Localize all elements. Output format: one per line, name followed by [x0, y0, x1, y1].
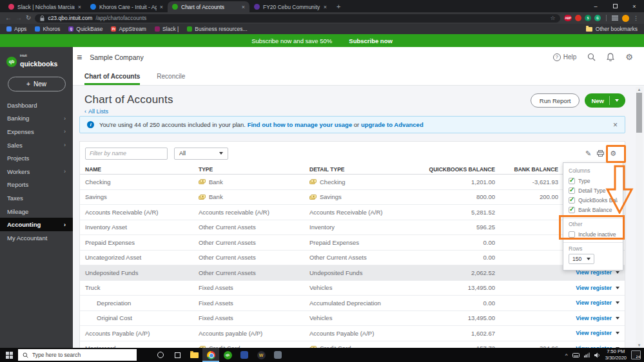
batch-edit-icon[interactable]: ✎ [585, 150, 591, 157]
bookmark-item[interactable]: Business resources... [187, 26, 247, 32]
taskbar-search[interactable]: Type here to search [18, 349, 137, 361]
new-tab-button[interactable]: + [337, 3, 340, 10]
table-row[interactable]: Depreciation Fixed Assets Accumulated De… [80, 296, 625, 311]
sidebar-item[interactable]: Mileage [0, 205, 73, 218]
browser-tab[interactable]: Slack | Nicholas Marciano | Intui × [4, 1, 86, 12]
extension-icon[interactable]: S [585, 15, 591, 21]
volume-icon[interactable] [594, 352, 601, 358]
table-row[interactable]: Mastercard Credit Card Credit Card 157.7… [80, 341, 625, 348]
extension-icon[interactable] [575, 15, 581, 21]
page-tab[interactable]: Chart of Accounts [84, 73, 140, 85]
subscribe-now-link[interactable]: Subscribe now [349, 37, 393, 44]
help-button[interactable]: ? Help [553, 53, 577, 61]
extension-icon[interactable]: G [594, 15, 601, 21]
tab-close-icon[interactable]: × [160, 4, 163, 10]
sidebar-item[interactable]: Banking › [0, 112, 73, 126]
table-row[interactable]: Checking Bank Checking 1,201.00 -3,621.9… [80, 175, 625, 190]
notice-close-icon[interactable]: × [613, 120, 618, 129]
chevron-down-icon[interactable] [616, 317, 620, 319]
chevron-down-icon[interactable] [616, 301, 620, 304]
rows-per-page-dropdown[interactable]: 150 [569, 254, 594, 264]
column-header-bank-balance[interactable]: BANK BALANCE [495, 166, 558, 173]
chevron-down-icon[interactable] [616, 332, 620, 334]
sidebar-item[interactable]: Accounting › [0, 218, 73, 231]
network-icon[interactable] [584, 352, 590, 357]
view-register-link[interactable]: View register [576, 330, 612, 336]
chevron-down-icon[interactable] [616, 271, 620, 274]
view-register-link[interactable]: View register [576, 300, 612, 306]
scroll-up-arrow[interactable]: ▲ [638, 87, 641, 92]
bookmark-item[interactable]: Apps [6, 26, 26, 32]
checkbox[interactable]: ✓ [569, 207, 575, 213]
profile-avatar[interactable] [622, 15, 629, 22]
table-row[interactable]: Accounts Receivable (A/R) Accounts recei… [80, 205, 625, 220]
browser-tab[interactable]: Chart of Accounts × [168, 1, 249, 12]
tab-close-icon[interactable]: × [324, 4, 327, 10]
file-explorer-button[interactable] [186, 348, 202, 362]
cortana-button[interactable] [152, 348, 169, 362]
chevron-down-icon[interactable] [615, 99, 619, 102]
discord-button[interactable] [269, 348, 286, 362]
column-header-name[interactable]: NAME [80, 166, 193, 173]
browser-tab[interactable]: Khoros Care - Intuit - Agent Con × [86, 1, 168, 12]
type-filter-dropdown[interactable]: All [174, 148, 228, 160]
tab-close-icon[interactable]: × [78, 4, 81, 10]
table-row[interactable]: Undeposited Funds Other Current Assets U… [80, 265, 625, 281]
sidebar-item[interactable]: Projects [0, 151, 73, 165]
bookmark-item[interactable]: Khoros [35, 26, 60, 32]
sidebar-item[interactable]: Reports [0, 178, 73, 192]
table-row[interactable]: Uncategorized Asset Other Current Assets… [80, 251, 625, 266]
quickbooks-button[interactable]: qb [219, 348, 236, 362]
checkbox[interactable]: ✓ [569, 197, 575, 204]
bookmark-item[interactable]: Slack | [155, 26, 179, 32]
extension-icon[interactable]: ABP [564, 15, 572, 21]
new-transaction-button[interactable]: + New [8, 77, 66, 91]
table-row[interactable]: Original Cost Fixed Assets Vehicles 13,4… [80, 311, 625, 327]
checkbox[interactable]: ✓ [569, 178, 575, 184]
scroll-down-arrow[interactable]: ▼ [638, 343, 641, 348]
address-bar[interactable]: c23.qbo.intuit.com /app/chartofaccounts … [35, 14, 560, 23]
clock[interactable]: 7:50 PM 3/30/2020 [605, 348, 627, 361]
sidebar-item[interactable]: Dashboard [0, 99, 73, 112]
start-button[interactable] [0, 348, 18, 362]
sidebar-item[interactable]: Taxes [0, 191, 73, 205]
browser-menu-icon[interactable]: ⋮ [633, 15, 639, 21]
reload-button[interactable]: ↻ [26, 15, 31, 21]
bookmark-item[interactable]: Pr AppStream [111, 26, 146, 32]
manage-usage-link[interactable]: Find out how to manage your usage [248, 121, 353, 128]
table-row[interactable]: Inventory Asset Other Current Assets Inv… [80, 220, 625, 236]
view-register-link[interactable]: View register [576, 315, 612, 321]
sidebar-item[interactable]: Expenses › [0, 125, 73, 138]
settings-gear-icon[interactable]: ⚙ [625, 53, 633, 61]
table-row[interactable]: Truck Fixed Assets Vehicles 13,495.00 [80, 281, 625, 296]
window-maximize-button[interactable] [605, 0, 625, 12]
hamburger-menu-icon[interactable]: ≡ [77, 52, 82, 62]
chevron-down-icon[interactable] [616, 287, 620, 289]
chrome-button[interactable] [202, 348, 219, 362]
sidebar-item[interactable]: Sales › [0, 138, 73, 152]
table-row[interactable]: Accounts Payable (A/P) Accounts payable … [80, 326, 625, 341]
all-lists-link[interactable]: ‹ All Lists [84, 108, 173, 115]
column-header-quickbooks-balance[interactable]: QUICKBOOKS BALANCE [418, 166, 495, 173]
table-row[interactable]: Savings Bank Savings 800.00 200.00 [80, 190, 625, 205]
forward-button[interactable]: → [15, 15, 22, 21]
reading-list-icon[interactable] [612, 15, 618, 21]
column-header-type[interactable]: TYPE [193, 166, 304, 173]
view-register-link[interactable]: View register [576, 285, 612, 291]
sidebar-item[interactable]: My Accountant [0, 231, 73, 245]
window-minimize-button[interactable]: – [586, 0, 605, 12]
print-icon[interactable] [597, 150, 604, 157]
scrollbar-thumb[interactable] [636, 93, 642, 133]
checkbox[interactable]: ✓ [569, 187, 575, 194]
new-account-button[interactable]: New [585, 93, 625, 108]
task-view-button[interactable] [169, 348, 186, 362]
filter-by-name-input[interactable] [85, 148, 168, 160]
tray-expand-icon[interactable]: ^ [565, 352, 568, 358]
action-center-icon[interactable]: 24 [631, 350, 641, 359]
search-icon[interactable] [587, 53, 596, 61]
bookmark-star-icon[interactable]: ☆ [550, 15, 555, 21]
tab-close-icon[interactable]: × [242, 4, 245, 10]
browser-tab[interactable]: FY20 Cebu Community Team Tr... × [249, 1, 331, 12]
teams-button[interactable] [236, 348, 253, 362]
column-header-detail-type[interactable]: DETAIL TYPE [304, 166, 418, 173]
